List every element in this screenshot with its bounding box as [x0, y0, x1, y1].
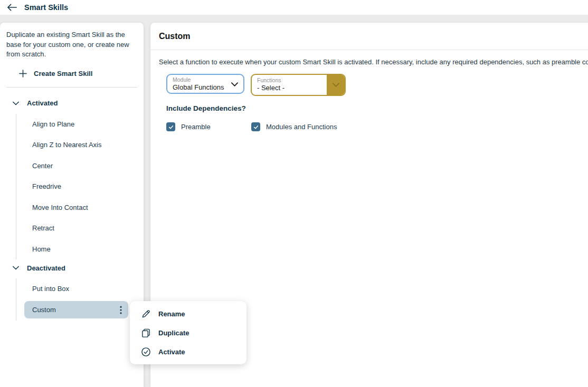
sidebar-divider	[6, 87, 137, 88]
chevron-down-icon	[333, 83, 339, 87]
chevron-down-icon	[231, 82, 238, 86]
sidebar-item-align-z-to-nearest-axis[interactable]: Align Z to Nearest Axis	[16, 134, 144, 156]
modules-functions-checkbox-group[interactable]: Modules and Functions	[251, 122, 337, 131]
arrow-left-icon	[7, 4, 17, 11]
back-button[interactable]	[7, 4, 17, 11]
functions-select-text: Functions - Select -	[252, 75, 327, 95]
selected-item-pill[interactable]: Custom	[24, 301, 128, 318]
selects-row: Module Global Functions Functions - Sele…	[166, 74, 588, 96]
sidebar-description: Duplicate an existing Smart Skill as the…	[6, 30, 137, 60]
pencil-icon	[141, 309, 151, 319]
page-title: Smart Skills	[24, 3, 68, 12]
menu-item-activate[interactable]: Activate	[130, 342, 246, 361]
main-title: Custom	[159, 32, 191, 41]
menu-item-duplicate[interactable]: Duplicate	[130, 323, 246, 342]
group-header-deactivated[interactable]: Deactivated	[0, 262, 144, 274]
module-select-value: Global Functions	[173, 83, 239, 92]
sidebar-item-retract[interactable]: Retract	[16, 218, 144, 239]
group-header-activated[interactable]: Activated	[0, 97, 144, 110]
selected-item-label: Custom	[32, 306, 56, 314]
sidebar-item-custom[interactable]: Custom	[16, 299, 144, 321]
top-bar: Smart Skills	[0, 0, 588, 15]
dependencies-checkbox-row: Preamble Modules and Functions	[166, 122, 588, 131]
plus-icon	[19, 70, 27, 78]
main-description: Select a function to execute when your c…	[159, 58, 588, 66]
preamble-checkbox[interactable]	[166, 122, 175, 131]
main-body: Select a function to execute when your c…	[150, 50, 588, 131]
chevron-down-icon	[13, 266, 19, 270]
include-dependencies-label: Include Dependencies?	[166, 104, 588, 112]
menu-item-duplicate-label: Duplicate	[158, 329, 189, 337]
sidebar-item-move-into-contact[interactable]: Move Into Contact	[16, 197, 144, 218]
check-icon	[253, 124, 259, 130]
group-label-activated: Activated	[27, 99, 58, 107]
sidebar-item-home[interactable]: Home	[16, 239, 144, 260]
create-smart-skill-label: Create Smart Skill	[34, 70, 92, 78]
copy-icon	[141, 328, 151, 338]
chevron-down-icon	[13, 101, 19, 105]
main-controls: Module Global Functions Functions - Sele…	[166, 74, 588, 131]
deactivated-items-list: Put into Box Custom	[16, 278, 144, 321]
menu-item-activate-label: Activate	[158, 348, 185, 356]
item-options-button[interactable]	[120, 306, 122, 314]
preamble-checkbox-label: Preamble	[181, 123, 211, 131]
functions-select-dropdown-button[interactable]	[327, 75, 345, 95]
sidebar-item-freedrive[interactable]: Freedrive	[16, 176, 144, 197]
create-smart-skill-button[interactable]: Create Smart Skill	[0, 67, 144, 80]
main-header: Custom	[150, 23, 588, 50]
functions-select-label: Functions	[257, 77, 327, 84]
kebab-menu-icon	[120, 306, 122, 314]
preamble-checkbox-group[interactable]: Preamble	[166, 122, 251, 131]
item-context-menu: Rename Duplicate Activate	[130, 301, 246, 364]
group-label-deactivated: Deactivated	[27, 264, 65, 272]
modules-functions-checkbox-label: Modules and Functions	[266, 123, 337, 131]
sidebar-item-center[interactable]: Center	[16, 156, 144, 177]
check-circle-icon	[141, 347, 151, 357]
functions-select-value: - Select -	[257, 84, 327, 92]
check-icon	[168, 124, 174, 130]
module-select-label: Module	[173, 76, 239, 83]
modules-functions-checkbox[interactable]	[251, 122, 260, 131]
menu-item-rename-label: Rename	[158, 310, 185, 318]
sidebar-item-align-to-plane[interactable]: Align to Plane	[16, 114, 144, 135]
menu-item-rename[interactable]: Rename	[130, 304, 246, 323]
module-select[interactable]: Module Global Functions	[166, 74, 244, 94]
functions-select[interactable]: Functions - Select -	[251, 74, 346, 96]
sidebar: Duplicate an existing Smart Skill as the…	[0, 23, 144, 387]
sidebar-item-put-into-box[interactable]: Put into Box	[16, 278, 144, 299]
activated-items-list: Align to Plane Align Z to Nearest Axis C…	[16, 114, 144, 260]
